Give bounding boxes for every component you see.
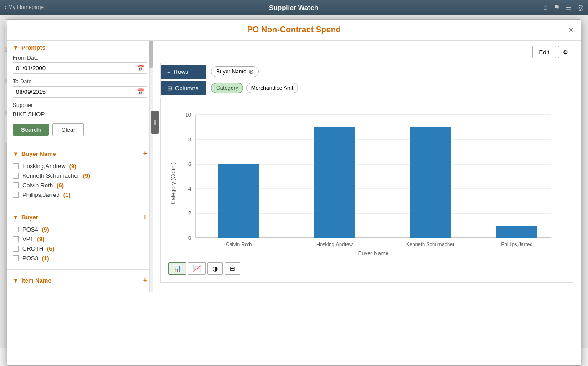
bar-calvin-roth[interactable] <box>218 164 259 238</box>
scroll-thumb[interactable] <box>149 41 153 68</box>
panel-resize-handle[interactable]: ‖ <box>151 111 159 134</box>
filter-pos3[interactable]: POS3 (1) <box>13 253 147 263</box>
from-date-input-wrap: 📅 <box>13 62 147 74</box>
rows-label: ≡ Rows <box>161 65 206 79</box>
scroll-track <box>149 41 153 292</box>
filter-pos3-label: POS3 <box>22 255 38 262</box>
globe-icon[interactable]: ◎ <box>577 3 583 12</box>
buyer-name-chip[interactable]: Buyer Name ⊗ <box>211 66 259 77</box>
bar-hosking-andrew[interactable] <box>314 127 355 238</box>
pie-chart-button[interactable]: ◑ <box>207 262 223 275</box>
svg-text:6: 6 <box>188 161 191 167</box>
filter-calvin[interactable]: Calvin Roth (6) <box>13 180 147 190</box>
category-chip-label: Category <box>216 85 238 91</box>
buyer-add-icon[interactable]: + <box>143 213 147 221</box>
filter-vp1[interactable]: VP1 (9) <box>13 234 147 244</box>
modal-overlay: PO Non-Contract Spend × ▼ Prompts From D… <box>0 15 588 366</box>
filter-pos3-checkbox[interactable] <box>13 255 19 261</box>
buyer-name-label: Buyer Name <box>21 150 56 157</box>
filter-kenneth-label: Kenneth Schumacher <box>22 172 79 179</box>
svg-text:Kenneth Schumacher: Kenneth Schumacher <box>406 242 454 247</box>
buyer-name-add-icon[interactable]: + <box>143 149 147 158</box>
table-chart-button[interactable]: ⊟ <box>225 262 240 275</box>
bar-kenneth-schumacher[interactable] <box>410 127 451 238</box>
filter-croth-checkbox[interactable] <box>13 246 19 252</box>
flag-icon[interactable]: ⚑ <box>553 3 560 12</box>
svg-text:Hosking,Andrew: Hosking,Andrew <box>316 242 353 247</box>
modal-header: PO Non-Contract Spend × <box>7 20 581 41</box>
merchandise-amt-chip[interactable]: Merchandise Amt <box>246 83 299 93</box>
svg-text:4: 4 <box>188 186 191 191</box>
category-chip[interactable]: Category <box>211 83 243 93</box>
filter-pos4-count: (9) <box>42 226 49 233</box>
filter-croth-label: CROTH <box>22 245 43 252</box>
supplier-label: Supplier <box>13 102 147 108</box>
filter-kenneth-count: (9) <box>83 172 90 179</box>
to-date-calendar-icon[interactable]: 📅 <box>134 87 147 97</box>
buyer-section: ▼ Buyer + POS4 (9) VP1 (9) CROTH ( <box>7 209 153 267</box>
svg-text:8: 8 <box>188 137 191 142</box>
buyer-header[interactable]: ▼ Buyer + <box>13 213 147 221</box>
back-button[interactable]: ‹ My Homepage <box>5 4 44 10</box>
filter-pos4-checkbox[interactable] <box>13 227 19 232</box>
svg-text:10: 10 <box>186 112 191 118</box>
item-name-arrow-icon: ▼ <box>13 277 19 284</box>
filter-pos4[interactable]: POS4 (9) <box>13 225 147 234</box>
to-date-input[interactable] <box>13 87 134 97</box>
pivot-rows-bar: ≡ Rows Buyer Name ⊗ <box>160 63 573 80</box>
filter-phillips-checkbox[interactable] <box>13 192 19 198</box>
bar-chart-button[interactable]: 📊 <box>168 262 186 275</box>
back-label[interactable]: My Homepage <box>8 4 44 10</box>
buyer-label: Buyer <box>21 214 38 221</box>
edit-button[interactable]: Edit <box>532 46 556 58</box>
filter-kenneth-checkbox[interactable] <box>13 173 19 179</box>
svg-text:2: 2 <box>188 211 191 216</box>
bar-phillips-jarred[interactable] <box>496 226 537 238</box>
clear-button[interactable]: Clear <box>52 123 84 136</box>
prompts-label: Prompts <box>21 44 46 51</box>
filter-vp1-count: (9) <box>37 236 45 242</box>
filter-croth-count: (6) <box>47 245 54 252</box>
svg-text:Phillips,Jarred: Phillips,Jarred <box>501 242 532 247</box>
filter-croth[interactable]: CROTH (6) <box>13 244 147 253</box>
menu-icon[interactable]: ☰ <box>565 3 572 12</box>
pivot-cols-bar: ⊞ Columns Category Merchandise Amt <box>160 80 573 96</box>
buyer-name-arrow-icon: ▼ <box>13 150 19 157</box>
to-date-label: To Date <box>13 78 147 85</box>
item-name-header[interactable]: ▼ Item Name + <box>13 276 147 284</box>
right-panel: Edit ⚙ ≡ Rows Buyer Name ⊗ <box>153 41 581 292</box>
item-name-label: Item Name <box>21 277 52 284</box>
home-icon[interactable]: ⌂ <box>543 3 548 12</box>
buyer-name-header[interactable]: ▼ Buyer Name + <box>13 149 147 158</box>
top-bar-icons: ⌂ ⚑ ☰ ◎ <box>543 3 583 12</box>
modal-body: ▼ Prompts From Date 📅 To Date <box>7 41 581 292</box>
filter-pos3-count: (1) <box>42 255 49 262</box>
from-date-input[interactable] <box>13 63 134 73</box>
to-date-input-wrap: 📅 <box>13 86 147 98</box>
filter-phillips[interactable]: Phillips,Jarred (1) <box>13 190 147 200</box>
prompts-header[interactable]: ▼ Prompts <box>13 44 147 51</box>
cols-icon: ⊞ <box>167 85 172 92</box>
filter-hosking-count: (9) <box>69 163 77 170</box>
line-chart-button[interactable]: 📈 <box>188 262 206 275</box>
bar-chart: 0 2 4 6 8 10 Category (Count) Calvin Rot… <box>168 106 560 256</box>
filter-pos4-label: POS4 <box>22 226 38 233</box>
merchandise-amt-chip-label: Merchandise Amt <box>251 85 294 91</box>
filter-kenneth[interactable]: Kenneth Schumacher (9) <box>13 171 147 180</box>
search-button[interactable]: Search <box>13 124 49 136</box>
prompts-section: ▼ Prompts From Date 📅 To Date <box>7 41 153 140</box>
left-panel: ▼ Prompts From Date 📅 To Date <box>7 41 153 292</box>
filter-hosking-checkbox[interactable] <box>13 163 19 169</box>
modal-close-button[interactable]: × <box>568 25 573 35</box>
gear-button[interactable]: ⚙ <box>558 46 573 58</box>
filter-vp1-label: VP1 <box>22 236 34 242</box>
item-name-add-icon[interactable]: + <box>143 276 147 284</box>
buyer-name-chip-remove[interactable]: ⊗ <box>248 68 254 75</box>
filter-calvin-label: Calvin Roth <box>22 182 53 189</box>
from-date-calendar-icon[interactable]: 📅 <box>134 63 147 73</box>
divider-2 <box>7 206 153 206</box>
filter-calvin-checkbox[interactable] <box>13 182 19 188</box>
filter-vp1-checkbox[interactable] <box>13 236 19 242</box>
cols-label: ⊞ Columns <box>161 81 206 95</box>
filter-hosking[interactable]: Hosking,Andrew (9) <box>13 161 147 171</box>
